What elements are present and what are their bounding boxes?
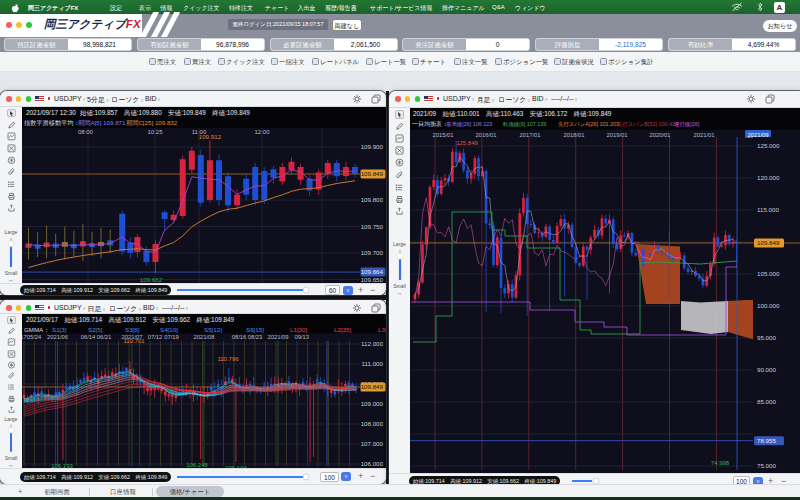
svg-text:L3[40]: L3[40]	[378, 326, 386, 333]
svg-text:120.000: 120.000	[757, 174, 780, 181]
svg-text:107.000: 107.000	[361, 440, 384, 447]
svg-text:L1[30]: L1[30]	[290, 326, 307, 333]
svg-text:05/24: 05/24	[27, 334, 42, 340]
svg-text:遅行線[26]: 遅行線[26]	[674, 121, 700, 128]
svg-text:100.000: 100.000	[757, 302, 780, 309]
svg-text:S4[10]: S4[10]	[160, 326, 178, 333]
svg-text:111.000: 111.000	[362, 360, 384, 367]
svg-text:109.662: 109.662	[140, 276, 163, 283]
svg-text:09/13: 09/13	[294, 334, 309, 340]
svg-text:110.796: 110.796	[217, 356, 239, 362]
svg-text:106.248: 106.248	[186, 462, 208, 468]
svg-text:90.000: 90.000	[757, 366, 776, 373]
svg-text:07/12: 07/12	[148, 334, 163, 340]
svg-text:78.955: 78.955	[757, 437, 776, 444]
svg-text:109.912: 109.912	[199, 133, 222, 140]
svg-text:L2[35]: L2[35]	[334, 326, 351, 333]
svg-text:109.849: 109.849	[361, 383, 384, 390]
svg-text:109.900: 109.900	[361, 143, 384, 150]
svg-text:S3[8]: S3[8]	[125, 326, 140, 333]
svg-text:110.701: 110.701	[123, 338, 145, 344]
svg-text:S6[15]: S6[15]	[246, 326, 264, 333]
svg-text:2015/01: 2015/01	[433, 132, 454, 138]
svg-text:109.700: 109.700	[361, 249, 384, 256]
svg-text:105.000: 105.000	[757, 270, 780, 277]
svg-text:2021/06: 2021/06	[47, 334, 68, 340]
svg-text:2021/08: 2021/08	[194, 334, 215, 340]
svg-text:指数平滑移動平均：: 指数平滑移動平均：	[23, 119, 80, 127]
svg-text:109.750: 109.750	[361, 223, 384, 230]
svg-text:2021/09: 2021/09	[268, 334, 289, 340]
svg-text:基準線[26] 106.123: 基準線[26] 106.123	[446, 121, 492, 127]
svg-text:2021/09: 2021/09	[748, 132, 769, 138]
svg-text:108.000: 108.000	[361, 420, 384, 427]
svg-text:85.000: 85.000	[757, 398, 776, 405]
svg-text:109.000: 109.000	[361, 400, 384, 407]
svg-text:先行スパンB[52] 100.424: 先行スパンB[52] 100.424	[617, 121, 678, 128]
svg-text:08/23: 08/23	[248, 334, 263, 340]
svg-text:2021/09 始値:110.001 高値:110.463: 2021/09 始値:110.001 高値:110.463 安値:106.172…	[413, 110, 612, 118]
svg-text:S2[5]: S2[5]	[88, 326, 103, 333]
svg-text:2020/01: 2020/01	[650, 132, 671, 138]
svg-text:109.849: 109.849	[757, 239, 780, 246]
svg-text:109.849: 109.849	[361, 170, 384, 177]
svg-text:始値:109.857 高値:109.880 安値:109.8: 始値:109.857 高値:109.880 安値:109.849 終値:109.…	[80, 109, 250, 117]
svg-text:2021/09/17 12:30: 2021/09/17 12:30	[26, 109, 76, 116]
svg-text:2016/01: 2016/01	[476, 132, 497, 138]
svg-text:109.664: 109.664	[361, 268, 384, 275]
svg-text:S1[3]: S1[3]	[52, 326, 67, 333]
svg-text:2019/01: 2019/01	[607, 132, 628, 138]
svg-text:75.000: 75.000	[757, 462, 776, 469]
svg-text:2021/01: 2021/01	[694, 132, 715, 138]
svg-text:112.000: 112.000	[361, 340, 383, 347]
svg-text:74.998: 74.998	[711, 460, 730, 466]
svg-text:S5[12]: S5[12]	[204, 326, 222, 333]
svg-text:期間C[25] 109.832: 期間C[25] 109.832	[126, 119, 178, 127]
svg-text:2017/01: 2017/01	[520, 132, 541, 138]
svg-text:期間A[5] 109.871: 期間A[5] 109.871	[78, 119, 126, 127]
svg-text:106.000: 106.000	[361, 460, 384, 467]
svg-text:95.000: 95.000	[757, 334, 776, 341]
svg-text:109.800: 109.800	[361, 196, 384, 203]
svg-text:08/16: 08/16	[232, 334, 247, 340]
svg-text:08:00: 08:00	[78, 129, 94, 135]
svg-text:115.000: 115.000	[757, 206, 779, 213]
svg-text:125.000: 125.000	[757, 142, 780, 149]
svg-text:10:25: 10:25	[147, 129, 163, 135]
svg-text:06/14: 06/14	[81, 334, 96, 340]
svg-text:転換線[9] 107.139: 転換線[9] 107.139	[503, 121, 546, 127]
svg-text:2021/09/17 始値:109.714 高値:109.9: 2021/09/17 始値:109.714 高値:109.912 安値:109.…	[26, 316, 235, 324]
svg-text:125.849: 125.849	[456, 140, 478, 146]
svg-text:12:00: 12:00	[254, 129, 270, 135]
svg-text:07/19: 07/19	[164, 334, 179, 340]
svg-text:一目均衡表：: 一目均衡表：	[412, 120, 448, 128]
svg-text:先行スパンA[26] 101.203: 先行スパンA[26] 101.203	[558, 121, 619, 128]
svg-text:GMMA：: GMMA：	[24, 326, 49, 333]
svg-text:06/21: 06/21	[97, 334, 112, 340]
svg-text:2018/01: 2018/01	[564, 132, 585, 138]
